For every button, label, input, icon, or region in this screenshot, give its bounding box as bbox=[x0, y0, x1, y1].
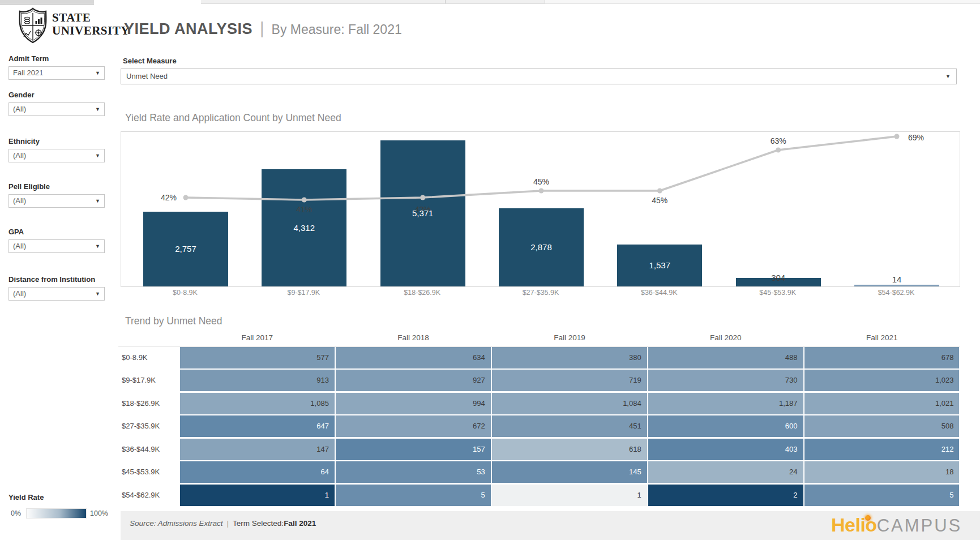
line-point[interactable] bbox=[657, 188, 662, 194]
table-column-header[interactable]: Fall 2017 bbox=[180, 332, 335, 345]
table-cell[interactable]: 403 bbox=[648, 439, 803, 460]
x-axis-label[interactable]: $0-8.9K bbox=[131, 289, 239, 297]
line-point[interactable] bbox=[420, 195, 425, 200]
table-cell[interactable]: 678 bbox=[804, 347, 959, 368]
table-cell[interactable]: 994 bbox=[336, 393, 490, 414]
table-cell[interactable]: 600 bbox=[648, 415, 803, 437]
table-cell[interactable]: 730 bbox=[648, 370, 803, 391]
table-cell[interactable]: 618 bbox=[492, 439, 647, 460]
table-column-header[interactable]: Fall 2019 bbox=[492, 332, 647, 345]
line-point[interactable] bbox=[776, 148, 781, 153]
filter-value-pell-eligible: (All) bbox=[13, 195, 26, 207]
filter-dropdown-admit-term[interactable]: Fall 2021▼ bbox=[8, 66, 105, 80]
filter-label-pell-eligible: Pell Eligible bbox=[8, 182, 50, 191]
table-corner bbox=[121, 332, 178, 345]
footer-text: Source: Admissions Extract|Term Selected… bbox=[130, 519, 316, 528]
university-shield-icon bbox=[16, 7, 50, 44]
table-cell[interactable]: 1 bbox=[492, 485, 647, 506]
table-row-label[interactable]: $27-$35.9K bbox=[121, 415, 178, 437]
x-axis-label[interactable]: $54-$62.9K bbox=[842, 289, 950, 297]
browser-tab-remnant bbox=[201, 0, 545, 4]
table-cell[interactable]: 927 bbox=[336, 370, 490, 391]
table-cell[interactable]: 488 bbox=[648, 347, 803, 368]
chevron-down-icon: ▼ bbox=[95, 153, 100, 158]
table-row-label[interactable]: $9-$17.9K bbox=[121, 370, 178, 391]
table-column-header[interactable]: Fall 2021 bbox=[804, 332, 959, 345]
filter-label-admit-term: Admit Term bbox=[8, 54, 49, 63]
university-name: STATE UNIVERSITY bbox=[52, 11, 130, 37]
table-cell[interactable]: 1,187 bbox=[648, 393, 803, 414]
footer-term-label: Term Selected: bbox=[233, 519, 284, 528]
table-cell[interactable]: 212 bbox=[804, 439, 959, 460]
bar-value-label: 2,757 bbox=[157, 244, 214, 254]
x-axis-label[interactable]: $27-$35.9K bbox=[487, 289, 594, 297]
line-point[interactable] bbox=[302, 198, 307, 203]
table-cell[interactable]: 157 bbox=[336, 439, 490, 460]
table-cell[interactable]: 672 bbox=[336, 415, 490, 437]
filter-dropdown-gpa[interactable]: (All)▼ bbox=[8, 239, 105, 253]
table-cell[interactable]: 1,084 bbox=[492, 393, 647, 414]
browser-tab-remnant bbox=[545, 0, 980, 4]
x-axis-label[interactable]: $9-$17.9K bbox=[250, 289, 357, 297]
table-cell[interactable]: 913 bbox=[180, 370, 335, 391]
filter-dropdown-gender[interactable]: (All)▼ bbox=[8, 102, 105, 116]
table-cell[interactable]: 451 bbox=[492, 415, 647, 437]
select-measure-dropdown[interactable]: Unmet Need ▼ bbox=[121, 68, 957, 84]
heliocampus-sun-icon bbox=[865, 515, 871, 521]
bar-value-label: 5,371 bbox=[395, 208, 451, 218]
line-point[interactable] bbox=[895, 134, 900, 139]
x-axis-label[interactable]: $18-$26.9K bbox=[369, 289, 476, 297]
bar-value-label: 14 bbox=[868, 275, 925, 284]
yield-rate-legend-title: Yield Rate bbox=[8, 493, 44, 502]
yield-rate-legend-max: 100% bbox=[90, 509, 108, 517]
table-cell[interactable]: 147 bbox=[180, 439, 335, 460]
table-cell[interactable]: 1,085 bbox=[180, 393, 335, 414]
chevron-down-icon: ▼ bbox=[95, 71, 100, 76]
table-cell[interactable]: 1,021 bbox=[804, 393, 959, 414]
table-row-label[interactable]: $45-$53.9K bbox=[121, 461, 178, 483]
table-cell[interactable]: 634 bbox=[336, 347, 490, 368]
filter-value-admit-term: Fall 2021 bbox=[13, 67, 43, 79]
table-row-label[interactable]: $36-$44.9K bbox=[121, 439, 178, 460]
table-cell[interactable]: 2 bbox=[648, 485, 803, 506]
tab-divider bbox=[445, 0, 446, 3]
university-name-line2: UNIVERSITY bbox=[52, 24, 130, 37]
table-cell[interactable]: 380 bbox=[492, 347, 647, 368]
table-cell[interactable]: 24 bbox=[648, 461, 803, 483]
footer-term-value: Fall 2021 bbox=[284, 519, 316, 528]
browser-tab-remnant bbox=[0, 0, 94, 5]
yield-rate-legend-min: 0% bbox=[11, 509, 21, 517]
table-cell[interactable]: 647 bbox=[180, 415, 335, 437]
trend-table: Fall 2017Fall 2018Fall 2019Fall 2020Fall… bbox=[121, 332, 959, 506]
table-cell[interactable]: 1,023 bbox=[804, 370, 959, 391]
table-cell[interactable]: 18 bbox=[804, 461, 959, 483]
footer-source: Source: Admissions Extract bbox=[130, 519, 223, 528]
filter-dropdown-ethnicity[interactable]: (All)▼ bbox=[8, 149, 105, 162]
table-cell[interactable]: 508 bbox=[804, 415, 959, 437]
table-cell[interactable]: 5 bbox=[804, 485, 959, 506]
filter-label-ethnicity: Ethnicity bbox=[8, 137, 40, 145]
heliocampus-logo: HelioCAMPUS bbox=[831, 514, 962, 536]
chevron-down-icon: ▼ bbox=[95, 107, 100, 112]
table-cell[interactable]: 53 bbox=[336, 461, 490, 483]
filter-dropdown-distance-from-institution[interactable]: (All)▼ bbox=[8, 287, 105, 301]
table-cell[interactable]: 719 bbox=[492, 370, 647, 391]
x-axis-label[interactable]: $36-$44.9K bbox=[605, 289, 713, 297]
table-cell[interactable]: 64 bbox=[180, 461, 335, 483]
table-row-label[interactable]: $54-$62.9K bbox=[121, 485, 178, 506]
table-cell[interactable]: 145 bbox=[492, 461, 647, 483]
filter-dropdown-pell-eligible[interactable]: (All)▼ bbox=[8, 194, 105, 208]
yield-rate-line bbox=[121, 132, 960, 286]
table-column-header[interactable]: Fall 2018 bbox=[336, 332, 490, 345]
university-logo: STATE UNIVERSITY bbox=[16, 7, 123, 46]
line-point[interactable] bbox=[539, 188, 544, 194]
table-cell[interactable]: 577 bbox=[180, 347, 335, 368]
table-cell[interactable]: 5 bbox=[336, 485, 490, 506]
table-cell[interactable]: 1 bbox=[180, 485, 335, 506]
table-column-header[interactable]: Fall 2020 bbox=[648, 332, 803, 345]
line-point[interactable] bbox=[183, 195, 189, 200]
table-row-label[interactable]: $18-$26.9K bbox=[121, 393, 178, 414]
table-row-label[interactable]: $0-8.9K bbox=[121, 347, 178, 368]
x-axis-label[interactable]: $45-$53.9K bbox=[724, 289, 832, 297]
yield-rate-gradient bbox=[26, 508, 87, 518]
